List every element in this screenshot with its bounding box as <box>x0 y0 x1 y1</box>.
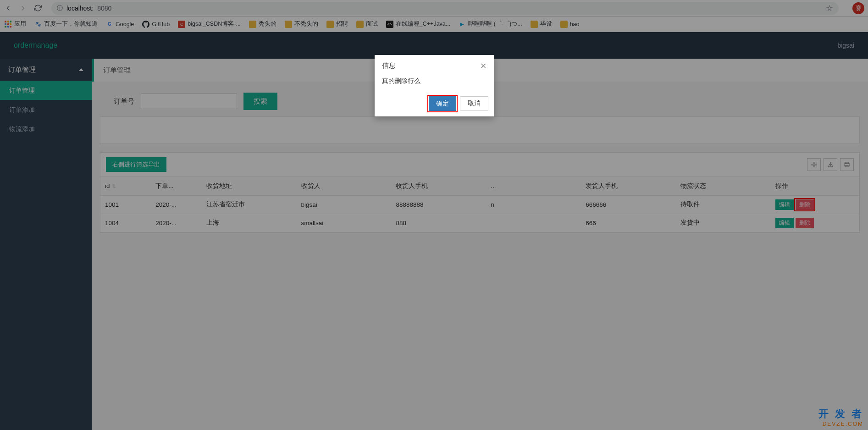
confirm-modal: 信息 × 真的删除行么 确定 取消 <box>375 55 494 116</box>
modal-close-icon[interactable]: × <box>481 60 487 72</box>
modal-overlay: 信息 × 真的删除行么 确定 取消 <box>0 0 868 430</box>
modal-title: 信息 <box>382 61 396 70</box>
cancel-button[interactable]: 取消 <box>460 96 488 111</box>
confirm-button[interactable]: 确定 <box>429 96 456 111</box>
modal-message: 真的删除行么 <box>375 77 494 94</box>
